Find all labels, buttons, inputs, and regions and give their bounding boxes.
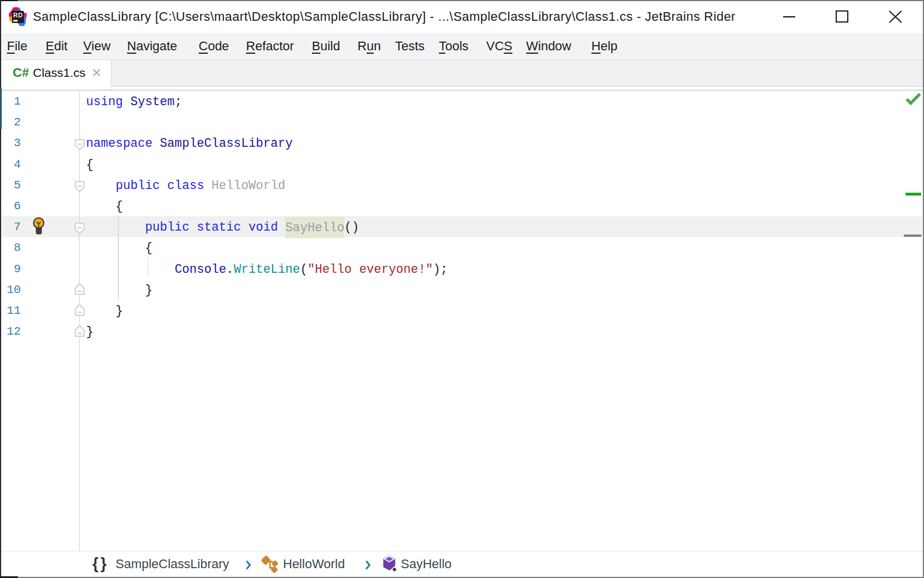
svg-text:RD: RD xyxy=(13,12,23,18)
